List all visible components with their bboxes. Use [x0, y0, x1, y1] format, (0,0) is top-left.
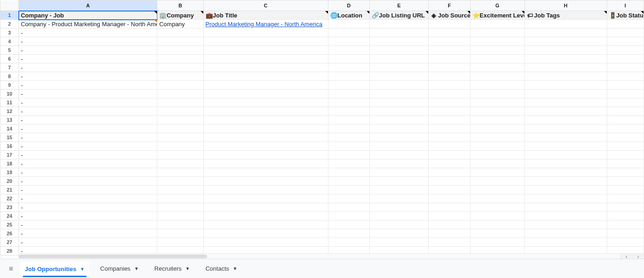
cell-G27[interactable] — [470, 238, 524, 247]
sheet-tab-contacts[interactable]: Contacts▼ — [201, 261, 242, 276]
header-cell-A[interactable]: Company - Job — [19, 11, 157, 20]
spreadsheet-grid[interactable]: ABCDEFGHI1Company - Job🏢Company💼Job Titl… — [0, 0, 644, 257]
cell-C17[interactable] — [203, 151, 328, 159]
cell-A11[interactable]: - — [19, 98, 157, 107]
cell-E14[interactable] — [369, 125, 428, 133]
cell-I25[interactable] — [607, 221, 644, 229]
scrollbar-thumb[interactable] — [18, 255, 207, 258]
cell-F6[interactable] — [429, 55, 470, 63]
cell-C20[interactable] — [203, 177, 328, 186]
column-header-D[interactable]: D — [328, 0, 369, 11]
cell-E17[interactable] — [369, 151, 428, 159]
cell-note-indicator[interactable] — [367, 11, 369, 14]
cell-H18[interactable] — [525, 159, 607, 168]
cell-D10[interactable] — [328, 90, 369, 98]
cell-D19[interactable] — [328, 168, 369, 177]
cell-G26[interactable] — [470, 229, 524, 238]
cell-G2[interactable] — [470, 20, 524, 28]
row-header-27[interactable]: 27 — [0, 238, 19, 247]
cell-C3[interactable] — [203, 28, 328, 37]
scroll-right-icon[interactable]: › — [632, 254, 644, 259]
sheet-tab-menu-icon[interactable]: ▼ — [80, 267, 85, 272]
job-title-link[interactable]: Product Marketing Manager - North Americ… — [206, 21, 322, 28]
cell-G12[interactable] — [470, 107, 524, 116]
cell-A16[interactable]: - — [19, 142, 157, 151]
cell-C11[interactable] — [203, 98, 328, 107]
cell-E12[interactable] — [369, 107, 428, 116]
horizontal-scrollbar[interactable] — [18, 253, 620, 259]
cell-F15[interactable] — [429, 133, 470, 142]
row-header-3[interactable]: 3 — [0, 28, 19, 37]
cell-D14[interactable] — [328, 125, 369, 133]
cell-H7[interactable] — [525, 63, 607, 72]
row-header-21[interactable]: 21 — [0, 186, 19, 194]
cell-I10[interactable] — [607, 90, 644, 98]
cell-H21[interactable] — [525, 186, 607, 194]
cell-note-indicator[interactable] — [522, 11, 524, 14]
row-header-2[interactable]: 2 — [0, 20, 19, 28]
cell-A13[interactable]: - — [19, 116, 157, 125]
cell-E5[interactable] — [369, 46, 428, 55]
cell-H24[interactable] — [525, 212, 607, 221]
cell-D26[interactable] — [328, 229, 369, 238]
cell-H6[interactable] — [525, 55, 607, 63]
header-cell-F[interactable]: ◈Job Source — [429, 11, 470, 20]
cell-H23[interactable] — [525, 203, 607, 212]
cell-G5[interactable] — [470, 46, 524, 55]
cell-E21[interactable] — [369, 186, 428, 194]
cell-F24[interactable] — [429, 212, 470, 221]
cell-C9[interactable] — [203, 81, 328, 90]
row-header-29[interactable]: 29 — [0, 255, 19, 258]
cell-B23[interactable] — [157, 203, 203, 212]
cell-I20[interactable] — [607, 177, 644, 186]
cell-D8[interactable] — [328, 72, 369, 81]
cell-E24[interactable] — [369, 212, 428, 221]
column-header-H[interactable]: H — [525, 0, 607, 11]
cell-G23[interactable] — [470, 203, 524, 212]
row-header-5[interactable]: 5 — [0, 46, 19, 55]
cell-I7[interactable] — [607, 63, 644, 72]
cell-D18[interactable] — [328, 159, 369, 168]
cell-A19[interactable]: - — [19, 168, 157, 177]
cell-G8[interactable] — [470, 72, 524, 81]
cell-H3[interactable] — [525, 28, 607, 37]
cell-D25[interactable] — [328, 221, 369, 229]
cell-D7[interactable] — [328, 63, 369, 72]
cell-D15[interactable] — [328, 133, 369, 142]
cell-B12[interactable] — [157, 107, 203, 116]
cell-E11[interactable] — [369, 98, 428, 107]
cell-C6[interactable] — [203, 55, 328, 63]
cell-D12[interactable] — [328, 107, 369, 116]
cell-B25[interactable] — [157, 221, 203, 229]
cell-C15[interactable] — [203, 133, 328, 142]
cell-F16[interactable] — [429, 142, 470, 151]
cell-A6[interactable]: - — [19, 55, 157, 63]
cell-B18[interactable] — [157, 159, 203, 168]
cell-note-indicator[interactable] — [426, 11, 428, 14]
cell-A10[interactable]: - — [19, 90, 157, 98]
cell-A18[interactable]: - — [19, 159, 157, 168]
cell-E9[interactable] — [369, 81, 428, 90]
cell-D13[interactable] — [328, 116, 369, 125]
row-header-15[interactable]: 15 — [0, 133, 19, 142]
cell-C27[interactable] — [203, 238, 328, 247]
row-header-25[interactable]: 25 — [0, 221, 19, 229]
cell-G24[interactable] — [470, 212, 524, 221]
cell-I2[interactable] — [607, 20, 644, 28]
cell-E25[interactable] — [369, 221, 428, 229]
cell-C13[interactable] — [203, 116, 328, 125]
horizontal-scroll-nav[interactable]: ‹ › — [620, 253, 644, 259]
cell-F17[interactable] — [429, 151, 470, 159]
cell-G16[interactable] — [470, 142, 524, 151]
cell-I4[interactable] — [607, 37, 644, 46]
row-header-8[interactable]: 8 — [0, 72, 19, 81]
cell-C14[interactable] — [203, 125, 328, 133]
cell-A4[interactable]: - — [19, 37, 157, 46]
cell-H27[interactable] — [525, 238, 607, 247]
cell-F27[interactable] — [429, 238, 470, 247]
cell-B2[interactable]: Company — [157, 20, 203, 28]
cell-A20[interactable]: - — [19, 177, 157, 186]
row-header-12[interactable]: 12 — [0, 107, 19, 116]
cell-B27[interactable] — [157, 238, 203, 247]
cell-C7[interactable] — [203, 63, 328, 72]
